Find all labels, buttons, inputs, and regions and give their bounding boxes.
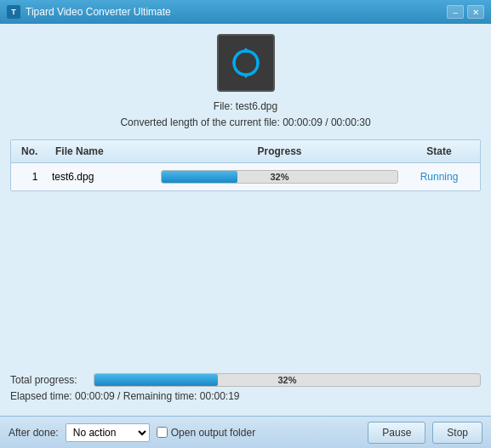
title-bar: T Tipard Video Converter Ultimate – ✕ (0, 0, 491, 24)
convert-icon (217, 34, 275, 92)
spacer (10, 200, 481, 368)
bottom-stats: Total progress: 32% Elapsed time: 00:00:… (10, 368, 481, 405)
open-folder-label: Open output folder (171, 427, 255, 439)
main-content: File: test6.dpg Converted length of the … (0, 24, 491, 416)
footer-bar: After done: No action Exit program Shut … (0, 416, 491, 448)
row-no: 1 (18, 171, 52, 183)
close-button[interactable]: ✕ (467, 5, 484, 19)
icon-area: File: test6.dpg Converted length of the … (10, 34, 481, 131)
file-name-label: File: test6.dpg (120, 99, 370, 115)
table-row: 1 test6.dpg 32% Running (11, 163, 480, 190)
progress-bar-label: 32% (270, 172, 288, 182)
after-done-label: After done: (9, 427, 59, 439)
col-header-state: State (405, 144, 473, 159)
total-progress-label: Total progress: (10, 374, 87, 386)
converted-length-label: Converted length of the current file: 00… (120, 115, 370, 131)
open-folder-row: Open output folder (157, 427, 255, 439)
row-progress-cell: 32% (154, 170, 405, 184)
stop-button[interactable]: Stop (432, 422, 482, 444)
after-done-select[interactable]: No action Exit program Shut down Hiberna… (66, 423, 150, 442)
progress-bar-fill (162, 171, 237, 183)
row-filename: test6.dpg (52, 171, 154, 183)
progress-bar-container: 32% (161, 170, 398, 184)
total-progress-bar-container: 32% (94, 373, 481, 387)
pause-button[interactable]: Pause (368, 422, 425, 444)
total-progress-bar-fill (94, 374, 218, 386)
app-icon: T (7, 5, 20, 19)
open-folder-checkbox[interactable] (157, 427, 168, 438)
file-info: File: test6.dpg Converted length of the … (120, 99, 370, 131)
col-header-no: No. (18, 144, 52, 159)
file-table: No. File Name Progress State 1 test6.dpg… (10, 139, 481, 191)
table-header: No. File Name Progress State (11, 140, 480, 163)
minimize-button[interactable]: – (447, 5, 464, 19)
window-controls: – ✕ (447, 5, 484, 19)
col-header-progress: Progress (154, 144, 405, 159)
elapsed-row: Elapsed time: 00:00:09 / Remaining time:… (10, 390, 481, 402)
total-progress-bar-label: 32% (277, 375, 296, 385)
total-progress-row: Total progress: 32% (10, 373, 481, 387)
app-title: Tipard Video Converter Ultimate (26, 6, 447, 18)
row-state: Running (405, 171, 473, 183)
refresh-icon (227, 44, 265, 82)
col-header-filename: File Name (52, 144, 154, 159)
